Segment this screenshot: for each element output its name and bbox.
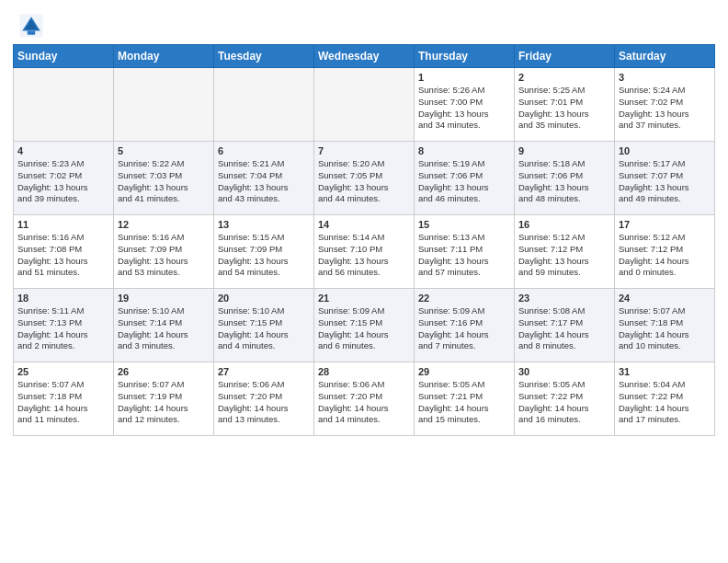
- day-info: Sunrise: 5:22 AM Sunset: 7:03 PM Dayligh…: [118, 158, 210, 205]
- day-header-tuesday: Tuesday: [214, 45, 314, 68]
- day-cell: 25Sunrise: 5:07 AM Sunset: 7:18 PM Dayli…: [14, 362, 114, 436]
- day-info: Sunrise: 5:26 AM Sunset: 7:00 PM Dayligh…: [418, 85, 510, 132]
- day-info: Sunrise: 5:15 AM Sunset: 7:09 PM Dayligh…: [218, 232, 310, 279]
- day-number: 3: [619, 72, 711, 83]
- day-info: Sunrise: 5:13 AM Sunset: 7:11 PM Dayligh…: [418, 232, 510, 279]
- day-cell: 20Sunrise: 5:10 AM Sunset: 7:15 PM Dayli…: [214, 289, 314, 362]
- day-number: 24: [619, 293, 711, 304]
- day-number: 28: [318, 366, 410, 377]
- day-info: Sunrise: 5:09 AM Sunset: 7:16 PM Dayligh…: [418, 305, 510, 352]
- day-info: Sunrise: 5:09 AM Sunset: 7:15 PM Dayligh…: [318, 305, 410, 352]
- day-cell: [14, 68, 114, 142]
- day-cell: 3Sunrise: 5:24 AM Sunset: 7:02 PM Daylig…: [615, 68, 715, 142]
- day-cell: 11Sunrise: 5:16 AM Sunset: 7:08 PM Dayli…: [14, 215, 114, 289]
- day-cell: 12Sunrise: 5:16 AM Sunset: 7:09 PM Dayli…: [114, 215, 214, 289]
- week-row-3: 11Sunrise: 5:16 AM Sunset: 7:08 PM Dayli…: [14, 215, 715, 289]
- day-cell: 29Sunrise: 5:05 AM Sunset: 7:21 PM Dayli…: [415, 362, 515, 436]
- day-number: 17: [619, 219, 711, 230]
- day-number: 14: [318, 219, 410, 230]
- week-row-5: 25Sunrise: 5:07 AM Sunset: 7:18 PM Dayli…: [14, 362, 715, 436]
- day-info: Sunrise: 5:11 AM Sunset: 7:13 PM Dayligh…: [17, 305, 109, 352]
- day-info: Sunrise: 5:24 AM Sunset: 7:02 PM Dayligh…: [619, 85, 711, 132]
- week-row-1: 1Sunrise: 5:26 AM Sunset: 7:00 PM Daylig…: [14, 68, 715, 142]
- day-cell: 15Sunrise: 5:13 AM Sunset: 7:11 PM Dayli…: [415, 215, 515, 289]
- day-cell: 14Sunrise: 5:14 AM Sunset: 7:10 PM Dayli…: [314, 215, 415, 289]
- day-header-friday: Friday: [515, 45, 615, 68]
- day-cell: 6Sunrise: 5:21 AM Sunset: 7:04 PM Daylig…: [214, 142, 314, 215]
- day-cell: 18Sunrise: 5:11 AM Sunset: 7:13 PM Dayli…: [14, 289, 114, 362]
- day-number: 26: [118, 366, 210, 377]
- week-row-2: 4Sunrise: 5:23 AM Sunset: 7:02 PM Daylig…: [14, 142, 715, 215]
- logo-icon: [18, 13, 44, 39]
- day-cell: 30Sunrise: 5:05 AM Sunset: 7:22 PM Dayli…: [515, 362, 615, 436]
- day-header-thursday: Thursday: [415, 45, 515, 68]
- day-number: 1: [418, 72, 510, 83]
- day-number: 5: [118, 145, 210, 156]
- day-info: Sunrise: 5:07 AM Sunset: 7:18 PM Dayligh…: [17, 379, 109, 426]
- day-info: Sunrise: 5:18 AM Sunset: 7:06 PM Dayligh…: [518, 158, 610, 205]
- day-header-wednesday: Wednesday: [314, 45, 415, 68]
- day-info: Sunrise: 5:06 AM Sunset: 7:20 PM Dayligh…: [218, 379, 310, 426]
- day-info: Sunrise: 5:04 AM Sunset: 7:22 PM Dayligh…: [619, 379, 711, 426]
- day-cell: 4Sunrise: 5:23 AM Sunset: 7:02 PM Daylig…: [14, 142, 114, 215]
- day-cell: [314, 68, 415, 142]
- day-info: Sunrise: 5:16 AM Sunset: 7:09 PM Dayligh…: [118, 232, 210, 279]
- day-cell: 5Sunrise: 5:22 AM Sunset: 7:03 PM Daylig…: [114, 142, 214, 215]
- day-info: Sunrise: 5:19 AM Sunset: 7:06 PM Dayligh…: [418, 158, 510, 205]
- day-info: Sunrise: 5:17 AM Sunset: 7:07 PM Dayligh…: [619, 158, 711, 205]
- day-number: 16: [518, 219, 610, 230]
- day-cell: 24Sunrise: 5:07 AM Sunset: 7:18 PM Dayli…: [615, 289, 715, 362]
- day-cell: 26Sunrise: 5:07 AM Sunset: 7:19 PM Dayli…: [114, 362, 214, 436]
- day-number: 13: [218, 219, 310, 230]
- calendar: SundayMondayTuesdayWednesdayThursdayFrid…: [13, 44, 715, 436]
- day-info: Sunrise: 5:16 AM Sunset: 7:08 PM Dayligh…: [17, 232, 109, 279]
- day-info: Sunrise: 5:10 AM Sunset: 7:15 PM Dayligh…: [218, 305, 310, 352]
- day-cell: 1Sunrise: 5:26 AM Sunset: 7:00 PM Daylig…: [415, 68, 515, 142]
- day-number: 22: [418, 293, 510, 304]
- day-number: 31: [619, 366, 711, 377]
- day-info: Sunrise: 5:06 AM Sunset: 7:20 PM Dayligh…: [318, 379, 410, 426]
- day-number: 6: [218, 145, 310, 156]
- day-number: 23: [518, 293, 610, 304]
- day-info: Sunrise: 5:20 AM Sunset: 7:05 PM Dayligh…: [318, 158, 410, 205]
- day-info: Sunrise: 5:07 AM Sunset: 7:18 PM Dayligh…: [619, 305, 711, 352]
- day-number: 11: [17, 219, 109, 230]
- day-header-saturday: Saturday: [615, 45, 715, 68]
- day-number: 29: [418, 366, 510, 377]
- day-number: 2: [518, 72, 610, 83]
- day-info: Sunrise: 5:23 AM Sunset: 7:02 PM Dayligh…: [17, 158, 109, 205]
- day-cell: 21Sunrise: 5:09 AM Sunset: 7:15 PM Dayli…: [314, 289, 415, 362]
- day-number: 18: [17, 293, 109, 304]
- day-number: 30: [518, 366, 610, 377]
- day-number: 10: [619, 145, 711, 156]
- day-cell: 13Sunrise: 5:15 AM Sunset: 7:09 PM Dayli…: [214, 215, 314, 289]
- day-info: Sunrise: 5:05 AM Sunset: 7:22 PM Dayligh…: [518, 379, 610, 426]
- page: SundayMondayTuesdayWednesdayThursdayFrid…: [0, 0, 728, 563]
- day-number: 27: [218, 366, 310, 377]
- day-number: 7: [318, 145, 410, 156]
- day-info: Sunrise: 5:12 AM Sunset: 7:12 PM Dayligh…: [518, 232, 610, 279]
- day-number: 9: [518, 145, 610, 156]
- day-cell: 28Sunrise: 5:06 AM Sunset: 7:20 PM Dayli…: [314, 362, 415, 436]
- day-cell: 17Sunrise: 5:12 AM Sunset: 7:12 PM Dayli…: [615, 215, 715, 289]
- day-info: Sunrise: 5:08 AM Sunset: 7:17 PM Dayligh…: [518, 305, 610, 352]
- day-number: 19: [118, 293, 210, 304]
- day-cell: 8Sunrise: 5:19 AM Sunset: 7:06 PM Daylig…: [415, 142, 515, 215]
- header: [0, 0, 728, 44]
- day-info: Sunrise: 5:25 AM Sunset: 7:01 PM Dayligh…: [518, 85, 610, 132]
- day-info: Sunrise: 5:14 AM Sunset: 7:10 PM Dayligh…: [318, 232, 410, 279]
- day-number: 8: [418, 145, 510, 156]
- day-info: Sunrise: 5:21 AM Sunset: 7:04 PM Dayligh…: [218, 158, 310, 205]
- day-number: 20: [218, 293, 310, 304]
- day-cell: 9Sunrise: 5:18 AM Sunset: 7:06 PM Daylig…: [515, 142, 615, 215]
- day-cell: 16Sunrise: 5:12 AM Sunset: 7:12 PM Dayli…: [515, 215, 615, 289]
- day-number: 4: [17, 145, 109, 156]
- day-info: Sunrise: 5:12 AM Sunset: 7:12 PM Dayligh…: [619, 232, 711, 279]
- day-cell: 7Sunrise: 5:20 AM Sunset: 7:05 PM Daylig…: [314, 142, 415, 215]
- day-number: 12: [118, 219, 210, 230]
- day-cell: 27Sunrise: 5:06 AM Sunset: 7:20 PM Dayli…: [214, 362, 314, 436]
- day-info: Sunrise: 5:07 AM Sunset: 7:19 PM Dayligh…: [118, 379, 210, 426]
- day-cell: 19Sunrise: 5:10 AM Sunset: 7:14 PM Dayli…: [114, 289, 214, 362]
- day-cell: [214, 68, 314, 142]
- day-cell: 2Sunrise: 5:25 AM Sunset: 7:01 PM Daylig…: [515, 68, 615, 142]
